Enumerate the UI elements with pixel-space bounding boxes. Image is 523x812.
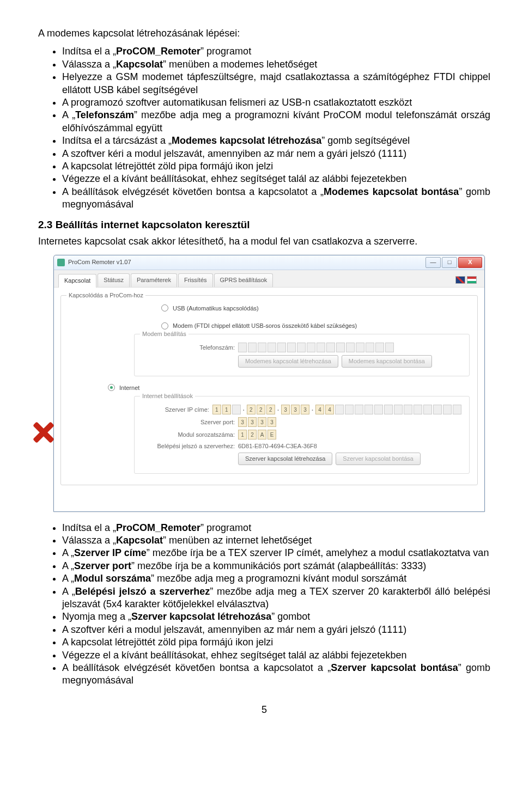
section-paragraph: Internetes kapcsolat csak akkor létesíth… (38, 235, 490, 248)
port-input[interactable]: 3333 (238, 417, 276, 427)
minimize-button[interactable]: — (425, 257, 441, 268)
serial-input[interactable]: 12AE (238, 430, 276, 439)
list-item: A „Modul sorszáma” mezőbe adja meg a pro… (62, 572, 490, 585)
list-item: Végezze el a kívánt beállításokat, ehhez… (62, 649, 490, 662)
password-value[interactable]: 6D81-E870-4694-C3EA-36F8 (238, 442, 317, 450)
list-item: A „Belépési jelszó a szerverhez” mezőbe … (62, 585, 490, 611)
flag-uk-icon[interactable] (455, 276, 465, 284)
internet-settings-box: Internet beállítások Szerver IP címe: 11… (134, 396, 470, 474)
list-item: A programozó szoftver automatikusan feli… (62, 96, 490, 109)
tab-frissites[interactable]: Frissítés (178, 273, 213, 287)
radio-usb[interactable] (161, 304, 168, 312)
server-connect-button[interactable]: Szerver kapcsolat létrehozása (238, 453, 332, 465)
ip-input[interactable]: 11.222.333.44 (212, 405, 461, 414)
list-item: A „Szerver port” mezőbe írja be a kommun… (62, 560, 490, 572)
steps-list-2: Indítsa el a „ProCOM_Remoter” programotV… (38, 522, 490, 687)
tab-parameterek[interactable]: Paraméterek (131, 273, 177, 287)
modem-box-label: Modem beállítás (140, 330, 188, 338)
app-icon (57, 259, 65, 266)
maximize-button[interactable]: □ (442, 257, 457, 268)
tab-statusz[interactable]: Státusz (98, 273, 130, 287)
tab-gprs[interactable]: GPRS beállítások (214, 273, 273, 287)
tab-kapcsolat[interactable]: Kapcsolat (58, 274, 96, 288)
modem-connect-button[interactable]: Modemes kapcsolat létrehozása (238, 355, 338, 367)
intro-text: A modemes kapcsolat létrehozásának lépés… (38, 27, 490, 40)
window-title: ProCom Remoter v1.07 (68, 258, 131, 266)
tab-bar: Kapcsolat Státusz Paraméterek Frissítés … (54, 270, 484, 288)
list-item: Válassza a „Kapcsolat” menüben a modemes… (62, 58, 490, 71)
serial-label: Modul sorozatszáma: (142, 431, 235, 438)
list-item: A beállítások elvégzését követően bontsa… (62, 662, 490, 687)
group-label: Kapcsolódás a ProCom-hoz (66, 291, 145, 299)
list-item: A „Szerver IP címe” mezőbe írja be a TEX… (62, 547, 490, 559)
title-bar: ProCom Remoter v1.07 — □ X (54, 255, 484, 270)
inet-box-label: Internet beállítások (140, 392, 195, 400)
radio-usb-label: USB (Automatikus kapcsolódás) (173, 304, 259, 312)
list-item: Végezze el a kívánt beállításokat, ehhez… (62, 173, 490, 185)
list-item: A kapcsolat létrejöttét zöld pipa formáj… (62, 160, 490, 173)
radio-internet[interactable] (108, 384, 115, 391)
list-item: A szoftver kéri a modul jelszavát, amenn… (62, 624, 490, 636)
list-item: A beállítások elvégzését követően bontsa… (62, 186, 490, 211)
error-x-icon (31, 421, 54, 444)
list-item: Nyomja meg a „Szerver kapcsolat létrehoz… (62, 610, 490, 623)
list-item: Indítsa el a „ProCOM_Remoter” programot (62, 522, 490, 534)
radio-internet-label: Internet (119, 384, 139, 392)
list-item: A „Telefonszám” mezőbe adja meg a progra… (62, 109, 490, 135)
phone-input[interactable] (238, 343, 394, 352)
port-label: Szerver port: (142, 418, 235, 426)
list-item: Válassza a „Kapcsolat” menüben az intern… (62, 534, 490, 547)
password-label: Belépési jelszó a szerverhez: (142, 442, 235, 450)
app-window: ProCom Remoter v1.07 — □ X Kapcsolat Stá… (53, 255, 485, 512)
radio-modem[interactable] (161, 322, 168, 329)
page-number: 5 (38, 704, 490, 716)
radio-modem-label: Modem (FTDI chippel ellátott USB-soros ö… (173, 322, 357, 329)
modem-disconnect-button[interactable]: Modemes kapcsolat bontása (342, 355, 432, 367)
flag-hu-icon[interactable] (467, 276, 477, 284)
list-item: Helyezze a GSM modemet tápfeszültségre, … (62, 71, 490, 96)
connection-group: Kapcsolódás a ProCom-hoz USB (Automatiku… (60, 295, 478, 485)
modem-settings-box: Modem beállítás Telefonszám: Modemes kap… (134, 334, 470, 376)
list-item: Indítsa el a „ProCOM_Remoter” programot (62, 45, 490, 58)
phone-label: Telefonszám: (142, 344, 235, 351)
list-item: A szoftver kéri a modul jelszavát, amenn… (62, 148, 490, 160)
steps-list-1: Indítsa el a „ProCOM_Remoter” programotV… (38, 45, 490, 211)
close-button[interactable]: X (458, 257, 482, 268)
section-heading: 2.3 Beállítás internet kapcsolaton keres… (38, 218, 490, 232)
ip-label: Szerver IP címe: (142, 406, 209, 413)
list-item: Indítsa el a tárcsázást a „Modemes kapcs… (62, 135, 490, 147)
server-disconnect-button[interactable]: Szerver kapcsolat bontása (336, 453, 421, 465)
list-item: A kapcsolat létrejöttét zöld pipa formáj… (62, 636, 490, 649)
